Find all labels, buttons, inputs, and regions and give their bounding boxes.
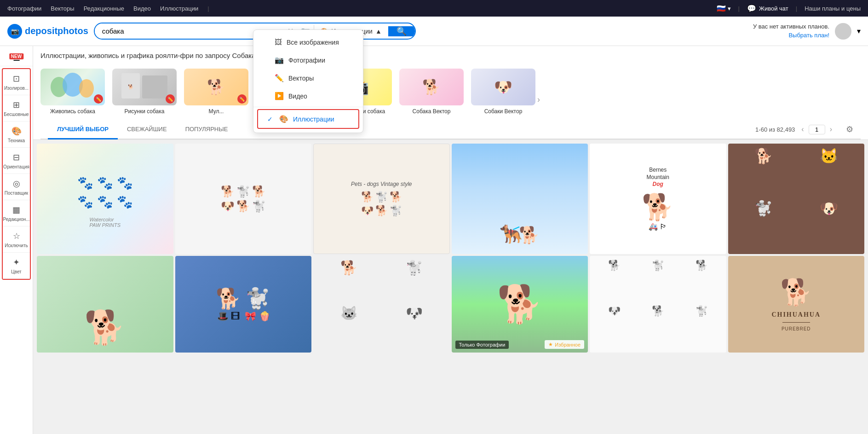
no-plan-notice: У вас нет активных планов. Выбрать план! [753, 23, 829, 39]
nav-vectors[interactable]: Векторы [51, 5, 74, 12]
exclude-icon: ☆ [13, 231, 20, 241]
sidebar-item-technique[interactable]: 🎨 Техника [3, 122, 30, 148]
top-nav-right: 🇷🇺 ▾ | 💬 Живой чат | Наши планы и цены [717, 4, 861, 13]
sidebar-item-editorial[interactable]: ▦ Редакцион... [3, 200, 30, 226]
video-icon: ▶️ [275, 92, 284, 100]
cat-name-vector: Собака Вектор [413, 108, 451, 115]
language-selector[interactable]: 🇷🇺 ▾ [717, 4, 731, 13]
grid-item-cinema-dogs[interactable]: 🐕 🎩 🎞 🐩 🎀 🍿 [175, 256, 312, 353]
cat-scroll-right[interactable]: › [535, 95, 542, 104]
category-mul[interactable]: 🐕 ✏️ Мул... [184, 69, 248, 115]
nav-editorial[interactable]: Редакционные [84, 5, 124, 12]
user-avatar[interactable] [835, 23, 851, 40]
grid-item-vintage-dogs[interactable]: Pets - dogs Vintage style 🐕 🐩 🐕 🐶 🐕 🐩 [313, 144, 450, 254]
main-layout: ☰ NEW ⊡ Изолиров... ⊞ Бесшовные 🎨 Техник… [0, 46, 868, 434]
category-vector[interactable]: 🐕 Собака Вектор [399, 69, 464, 115]
tabs-row: ЛУЧШИЙ ВЫБОР СВЕЖАЙШИЕ ПОПУЛЯРНЫЕ 1-60 и… [40, 120, 861, 139]
nav-illustrations[interactable]: Иллюстрации [160, 5, 198, 12]
dropdown-vectors[interactable]: ✏️ Векторы [253, 69, 363, 87]
grid-item-chihuahua[interactable]: 🐕 CHIHUAHUA PUREBRED [728, 256, 865, 353]
dropdown-video-label: Видео [288, 93, 307, 100]
grid-item-pets-collection[interactable]: 🐕 🐩 🐱 🐶 [313, 256, 450, 353]
sep2: | [738, 5, 740, 12]
sep3: | [796, 5, 797, 12]
logo-text: depositphotos [25, 26, 88, 36]
cat-name-drawings: Рисунки собака [125, 108, 165, 115]
cat-name-mul: Мул... [209, 108, 224, 115]
page-input[interactable] [809, 125, 825, 134]
dropdown-video[interactable]: ▶️ Видео [253, 87, 363, 105]
editorial-label: Редакцион... [3, 217, 29, 222]
sidebar-filter-group: ⊡ Изолиров... ⊞ Бесшовные 🎨 Техника ⊟ Ор… [2, 68, 31, 280]
fav-badge[interactable]: ★ Избранное [545, 340, 584, 349]
vectors-icon: ✏️ [275, 74, 284, 82]
sidebar-item-isolated[interactable]: ⊡ Изолиров... [3, 69, 30, 95]
top-nav: Фотографии Векторы Редакционные Видео Ил… [0, 0, 868, 17]
grid-item-snow-dogs[interactable]: 🐕‍🦺 🐕 [452, 144, 588, 254]
nav-photos[interactable]: Фотографии [7, 5, 41, 12]
grid-item-dog-sketches[interactable]: 🐕 🐩 🐕 🐶 🐕 🐩 [175, 144, 312, 254]
nav-sep: | [207, 5, 209, 12]
new-badge: NEW [9, 53, 23, 59]
image-grid-row2: 🐕 🐕 🎩 🎞 🐩 🎀 🍿 [33, 255, 868, 356]
tab-newest[interactable]: СВЕЖАЙШИЕ [118, 120, 176, 139]
all-images-icon: 🖼 [275, 38, 282, 46]
avatar-dropdown-arrow[interactable]: ▾ [857, 27, 861, 35]
dropdown-all-label: Все изображения [287, 39, 339, 46]
dropdown-divider [253, 107, 363, 107]
dropdown-illustrations-label: Иллюстрации [293, 116, 334, 123]
cat-name-painting: Живопись собака [50, 108, 95, 115]
fav-label: Избранное [555, 342, 581, 347]
sidebar-item-provider[interactable]: ◎ Поставщик [3, 174, 30, 200]
nav-video[interactable]: Видео [133, 5, 151, 12]
category-vectors2[interactable]: 🐶 Собаки Вектор [471, 69, 535, 115]
isolated-label: Изолиров... [4, 86, 29, 91]
grid-item-dog-portraits[interactable]: 🐕 🐩 🐕 🐶 🐕 🐩 [590, 256, 726, 353]
logo[interactable]: 📷 depositphotos [7, 24, 88, 39]
dropdown-illustrations[interactable]: ✓ 🎨 Иллюстрации [257, 109, 359, 129]
isolated-icon: ⊡ [13, 74, 20, 84]
live-chat-btn[interactable]: 💬 Живой чат [747, 4, 788, 13]
sidebar-item-seamless[interactable]: ⊞ Бесшовные [3, 95, 30, 122]
cat-dropdown-arrow: ▲ [375, 28, 382, 35]
cat-thumb-drawings: 🐕 ✏️ [112, 69, 177, 105]
page-next-btn[interactable]: › [827, 124, 835, 134]
grid-item-cartoon-dog[interactable]: 🐕 [37, 256, 173, 353]
svg-text:🐕: 🐕 [128, 84, 134, 90]
grid-item-paw-prints[interactable]: 🐾 🐾 🐾 🐾 🐾 🐾 WatercolorPAW PRINTS [37, 144, 173, 254]
dropdown-vectors-label: Векторы [288, 75, 314, 82]
tab-best[interactable]: ЛУЧШИЙ ВЫБОР [48, 120, 118, 139]
dropdown-all-images[interactable]: 🖼 Все изображения [253, 34, 363, 51]
logo-icon: 📷 [7, 24, 22, 39]
content-header: Иллюстрации, живопись и графика роялти-ф… [33, 46, 868, 140]
search-submit-btn[interactable]: 🔍 [388, 26, 415, 36]
image-grid-row1: 🐾 🐾 🐾 🐾 🐾 🐾 WatercolorPAW PRINTS 🐕 🐩 [33, 140, 868, 255]
category-dropdown-menu: 🖼 Все изображения 📷 Фотографии ✏️ Вектор… [253, 29, 363, 133]
chat-label: Живой чат [759, 5, 788, 12]
provider-icon: ◎ [13, 179, 20, 189]
sidebar-item-exclude[interactable]: ☆ Исключить [3, 226, 30, 253]
sidebar-item-color[interactable]: ✦ Цвет [3, 253, 30, 279]
tab-popular[interactable]: ПОПУЛЯРНЫЕ [176, 120, 237, 139]
check-icon-illustrations: ✓ [267, 116, 275, 123]
cat-name-vectors2: Собаки Вектор [484, 108, 523, 115]
cat-badge-mul: ✏️ [237, 94, 247, 104]
page-prev-btn[interactable]: ‹ [799, 124, 806, 134]
grid-item-dog-stickers[interactable]: 🐕 🐱 🐩 🐶 [728, 144, 865, 254]
chat-icon: 💬 [747, 4, 756, 13]
category-painting[interactable]: ✏️ Живопись собака [40, 69, 105, 115]
photos-icon: 📷 [275, 56, 284, 64]
color-filter-icon: ✦ [13, 257, 20, 267]
flag-icon: 🇷🇺 [717, 4, 726, 13]
cat-thumb-painting: ✏️ [40, 69, 105, 105]
grid-settings-icon[interactable]: ⚙ [846, 124, 853, 134]
cat-badge-painting: ✏️ [94, 94, 103, 104]
grid-item-dog-photo[interactable]: 🐕 Только Фотографии ★ Избранное [452, 256, 588, 353]
dropdown-photos-label: Фотографии [288, 57, 325, 64]
plans-link[interactable]: Наши планы и цены [805, 5, 861, 12]
sidebar-item-orientation[interactable]: ⊟ Ориентация [3, 148, 30, 174]
category-drawings[interactable]: 🐕 ✏️ Рисунки собака [112, 69, 177, 115]
grid-item-mountain-dog[interactable]: Bernes Mountain Dog 🐕 🚑 🏳 [590, 144, 726, 254]
choose-plan-link[interactable]: Выбрать план! [753, 31, 829, 40]
dropdown-photos[interactable]: 📷 Фотографии [253, 51, 363, 69]
